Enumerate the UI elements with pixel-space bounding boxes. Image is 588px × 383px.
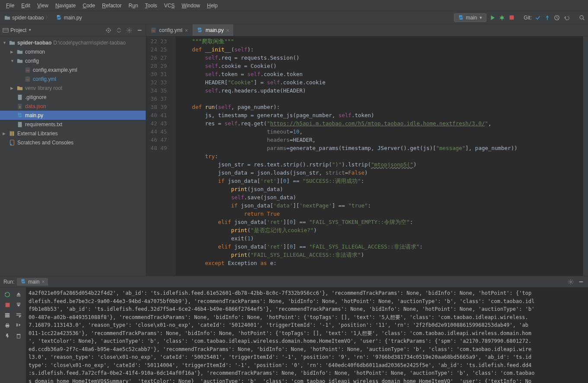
- run-config-selector[interactable]: main ▼: [454, 13, 486, 22]
- breadcrumb-file[interactable]: main.py: [54, 14, 83, 22]
- settings-icon[interactable]: [567, 278, 574, 285]
- tree-file-data-json[interactable]: {} data.json: [0, 102, 146, 111]
- menu-view[interactable]: View: [35, 2, 51, 10]
- folder-icon: [4, 15, 10, 21]
- menu-vcs[interactable]: VCS: [161, 2, 177, 10]
- arrow-right-icon[interactable]: ▶: [10, 86, 15, 90]
- console-output[interactable]: 4a2f021e09fa2865d054b22f4d2', 'ab_id': '…: [26, 287, 588, 383]
- vcs-commit-button[interactable]: [534, 14, 541, 21]
- tree-folder-common[interactable]: ▶ common: [0, 47, 146, 56]
- svg-rect-15: [18, 94, 22, 99]
- text-file-icon: [16, 94, 23, 100]
- arrow-down-icon[interactable]: ▼: [3, 41, 7, 45]
- stop-button[interactable]: [508, 14, 515, 21]
- vcs-rollback-button[interactable]: [563, 14, 570, 21]
- run-tab-main[interactable]: main ×: [17, 278, 48, 286]
- tab-config-yml[interactable]: YML config.yml ×: [146, 24, 192, 36]
- tree-folder-venv[interactable]: ▶ venv library root: [0, 83, 146, 93]
- menu-navigate[interactable]: Navigate: [53, 2, 78, 10]
- vcs-history-button[interactable]: [553, 14, 560, 21]
- arrow-down-icon[interactable]: ▼: [10, 59, 15, 63]
- menu-code[interactable]: Code: [80, 2, 98, 10]
- run-header: Run: main ×: [0, 276, 588, 287]
- locate-icon[interactable]: [105, 27, 112, 34]
- svg-rect-3: [509, 16, 514, 20]
- trash-button[interactable]: [15, 332, 22, 339]
- tree-external-libraries[interactable]: ▶ External Libraries: [0, 129, 146, 138]
- tree-label: venv: [25, 85, 36, 91]
- hide-icon[interactable]: [578, 278, 585, 285]
- layout-button[interactable]: [4, 312, 11, 319]
- menu-edit[interactable]: Edit: [19, 2, 33, 10]
- svg-rect-31: [5, 313, 10, 315]
- svg-text:{}: {}: [19, 105, 21, 108]
- chevron-down-icon: ▼: [479, 16, 483, 20]
- rerun-button[interactable]: [4, 291, 11, 298]
- menu-help[interactable]: Help: [205, 2, 220, 10]
- print-button[interactable]: [4, 322, 11, 329]
- close-icon[interactable]: ×: [185, 28, 188, 33]
- python-icon: [20, 279, 26, 284]
- code-editor[interactable]: """爬取闲鱼""" def __init__(self): self.req …: [176, 36, 583, 276]
- arrow-right-icon[interactable]: ▶: [10, 50, 15, 54]
- pin-button[interactable]: [4, 332, 11, 339]
- text-file-icon: [16, 121, 23, 128]
- settings-icon[interactable]: [126, 27, 133, 34]
- tab-main-py[interactable]: main.py ×: [192, 24, 233, 36]
- breadcrumb-project[interactable]: spider-taobao 〉: [3, 13, 52, 22]
- project-tree[interactable]: ▼ spider-taobao D:\code\pycharm\spider-t…: [0, 36, 146, 276]
- editor-body[interactable]: 22 23 24 25 26 27 28 29 30 31 32 33 34 3…: [146, 36, 588, 276]
- tree-label: data.json: [25, 103, 46, 109]
- menu-file[interactable]: File: [3, 2, 17, 10]
- svg-rect-27: [579, 281, 583, 282]
- tree-root[interactable]: ▼ spider-taobao D:\code\pycharm\spider-t…: [0, 38, 146, 47]
- stop-run-button[interactable]: [4, 301, 11, 308]
- close-icon[interactable]: ×: [227, 28, 229, 33]
- tree-file-main-py[interactable]: main.py: [0, 111, 146, 120]
- tree-file-gitignore[interactable]: .gitignore: [0, 93, 146, 102]
- scroll-up-button[interactable]: [15, 291, 22, 298]
- tree-scratches[interactable]: Scratches and Consoles: [0, 138, 146, 147]
- tree-file-config-yml[interactable]: YML config.yml: [0, 74, 146, 83]
- menu-refactor[interactable]: Refactor: [99, 2, 124, 10]
- close-icon[interactable]: ×: [42, 279, 45, 285]
- menubar: File Edit View Navigate Code Refactor Ru…: [0, 0, 588, 11]
- menu-run[interactable]: Run: [126, 2, 141, 10]
- yaml-icon: YML: [24, 76, 31, 82]
- arrow-right-icon[interactable]: ▶: [3, 131, 7, 136]
- menu-window[interactable]: Window: [179, 2, 203, 10]
- scroll-to-end-button[interactable]: [15, 322, 22, 329]
- tree-root-path: D:\code\pycharm\spider-taobao: [53, 40, 125, 46]
- svg-rect-18: [18, 121, 22, 127]
- navbar: spider-taobao 〉 main.py main ▼ Git:: [0, 11, 588, 24]
- python-icon: [16, 112, 23, 118]
- editor-minimap[interactable]: [583, 36, 588, 276]
- debug-button[interactable]: [499, 14, 505, 21]
- folder-icon: [16, 49, 23, 55]
- tree-label: Scratches and Consoles: [17, 140, 74, 146]
- svg-rect-20: [11, 131, 13, 136]
- tree-label: config.example.yml: [33, 67, 77, 73]
- expand-all-icon[interactable]: [115, 27, 122, 34]
- svg-text:YML: YML: [26, 69, 30, 71]
- fold-gutter[interactable]: [170, 36, 176, 276]
- tree-file-requirements[interactable]: requirements.txt: [0, 120, 146, 129]
- svg-rect-33: [5, 316, 10, 318]
- search-everywhere-button[interactable]: [578, 14, 585, 21]
- hide-icon[interactable]: [136, 27, 143, 34]
- softwrap-button[interactable]: [15, 312, 22, 319]
- menu-tools[interactable]: Tools: [142, 2, 160, 10]
- tree-file-config-example[interactable]: YML config.example.yml: [0, 65, 146, 74]
- scroll-down-button[interactable]: [15, 301, 22, 308]
- yaml-icon: YML: [24, 67, 31, 73]
- run-button[interactable]: [489, 14, 496, 21]
- line-number-gutter[interactable]: 22 23 24 25 26 27 28 29 30 31 32 33 34 3…: [146, 36, 170, 276]
- chevron-down-icon[interactable]: ▼: [28, 28, 32, 32]
- tree-folder-config[interactable]: ▼ config: [0, 56, 146, 65]
- run-tab-label: main: [28, 279, 39, 285]
- project-panel-title: Project: [10, 27, 26, 33]
- python-icon: [197, 27, 203, 33]
- run-toolbar: [0, 287, 26, 383]
- tree-label: config.yml: [33, 76, 56, 82]
- vcs-update-button[interactable]: [544, 14, 551, 21]
